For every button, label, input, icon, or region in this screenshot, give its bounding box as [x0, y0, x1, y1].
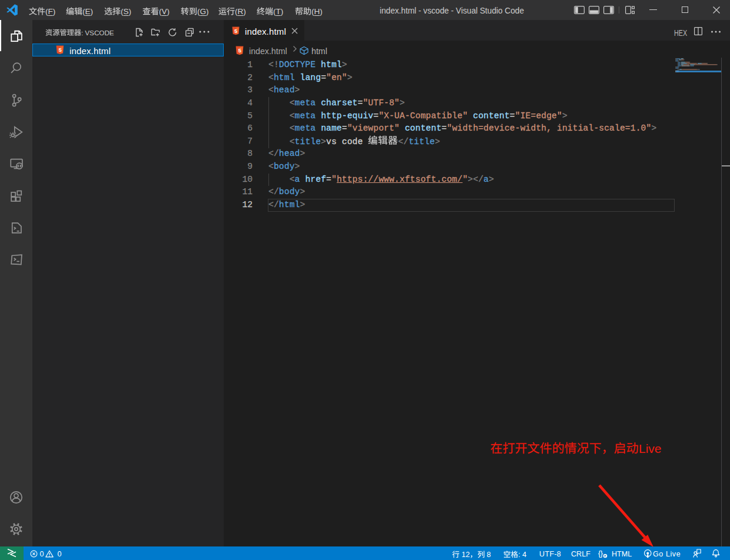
svg-text:5: 5 [234, 28, 237, 34]
svg-text:5: 5 [238, 47, 241, 54]
svg-text:5: 5 [58, 47, 61, 53]
